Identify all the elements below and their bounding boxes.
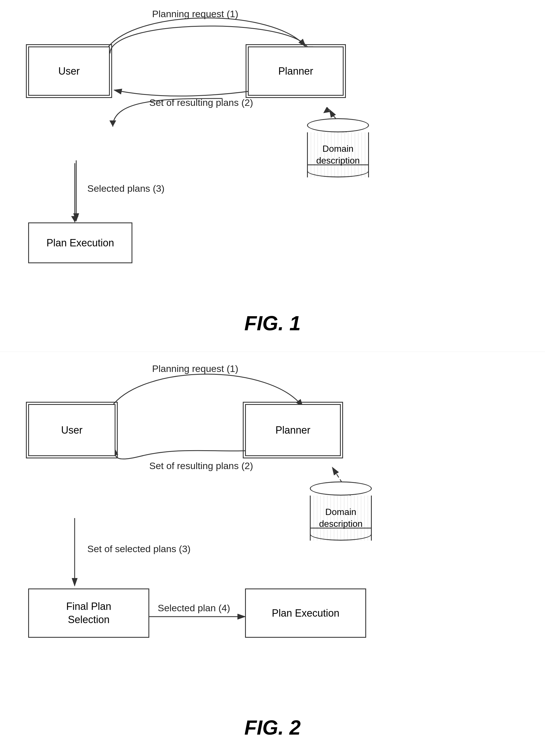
fig1-planning-request-label: Planning request (1) — [152, 8, 238, 19]
fig1-set-of-resulting-plans-label: Set of resulting plans (2) — [149, 97, 253, 108]
fig2-title: FIG. 2 — [244, 716, 301, 739]
fig1-selected-plans-label: Selected plans (3) — [87, 183, 164, 194]
svg-marker-2 — [71, 216, 79, 222]
fig1-planner-box: Planner — [248, 46, 344, 96]
fig2-set-of-resulting-plans-label: Set of resulting plans (2) — [149, 460, 253, 471]
svg-marker-1 — [109, 121, 116, 127]
fig2-final-plan-selection-box: Final Plan Selection — [28, 588, 149, 638]
fig2-set-of-selected-plans-label: Set of selected plans (3) — [87, 543, 191, 554]
fig2-plan-execution-box: Plan Execution — [245, 588, 366, 638]
fig2-diagram: User Planner Final Plan Selection Plan E… — [0, 352, 545, 756]
fig2-planner-box: Planner — [245, 404, 341, 456]
fig1-title: FIG. 1 — [244, 312, 301, 335]
fig2-user-box: User — [28, 404, 115, 456]
fig1-plan-execution-box: Plan Execution — [28, 222, 132, 263]
fig2-planning-request-label: Planning request (1) — [152, 363, 238, 374]
fig1-domain-cylinder: Domain description — [307, 118, 369, 177]
fig2-selected-plan-label: Selected plan (4) — [158, 603, 230, 614]
fig2-domain-cylinder: Domain description — [310, 481, 372, 541]
fig1-user-box: User — [28, 46, 110, 96]
svg-marker-4 — [323, 107, 330, 113]
fig1-diagram: User Planner Plan Execution Domain descr… — [0, 0, 545, 352]
